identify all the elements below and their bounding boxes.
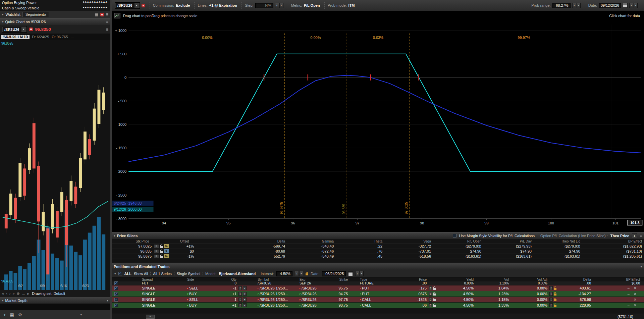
- price-stepper[interactable]: ▴▾: [429, 286, 432, 290]
- alert-icon[interactable]: [142, 4, 145, 7]
- nav-first-icon[interactable]: «: [2, 291, 4, 296]
- slice-price-value[interactable]: 96.835: [112, 249, 154, 253]
- slice-mode-badge[interactable]: %: [164, 244, 169, 248]
- menu-icon[interactable]: ≡: [640, 233, 642, 238]
- close-icon[interactable]: ✕: [634, 286, 637, 290]
- type-cell[interactable]: PUT: [350, 286, 380, 290]
- qty-stepper[interactable]: ▴▾: [238, 292, 242, 296]
- position-row[interactable]: ✓SINGLESELL-1▴▾▾/SR3U26 1/250.../SR3U269…: [112, 297, 644, 303]
- lock-icon[interactable]: [160, 251, 163, 253]
- vol-adj-cell[interactable]: 0.00%: [511, 292, 549, 296]
- slice-mode-badge[interactable]: %: [164, 254, 169, 258]
- type-cell[interactable]: CALL: [350, 298, 380, 302]
- watchlist-label[interactable]: Watchlist: [6, 12, 20, 16]
- vol-adj-cell[interactable]: 0.00%: [511, 286, 549, 290]
- qty-cell[interactable]: +1: [222, 292, 238, 296]
- slice-price-value[interactable]: 95.8675: [112, 254, 154, 258]
- all-checkbox[interactable]: ✓: [118, 272, 122, 275]
- remove-dash-icon[interactable]: –: [628, 286, 630, 290]
- chevron-down-icon[interactable]: ▾: [243, 286, 247, 290]
- calendar-icon[interactable]: [623, 3, 628, 8]
- nav-last-icon[interactable]: »: [12, 291, 14, 296]
- mini-candlestick-chart[interactable]: 96.859596.49056/26/96/166/23: [0, 40, 110, 290]
- close-icon[interactable]: ✕: [634, 303, 637, 307]
- lock-icon[interactable]: [554, 305, 556, 307]
- slice-offset[interactable]: $0: [173, 249, 196, 253]
- lock-icon[interactable]: [160, 256, 163, 258]
- date-up-button[interactable]: ▴: [629, 3, 633, 8]
- qty-cell[interactable]: +1: [222, 303, 238, 307]
- chevron-down-icon[interactable]: ▾: [2, 20, 4, 23]
- exp-cell[interactable]: /SR3U26: [298, 286, 326, 290]
- chevron-down-icon[interactable]: ▾: [107, 299, 108, 302]
- qty-cell[interactable]: -1: [222, 298, 238, 302]
- positions-date-input[interactable]: 06/24/2025: [322, 271, 346, 276]
- price-slice-row[interactable]: 97.8025≡%+1%-599.74-348.40.22-327.72($27…: [112, 244, 644, 249]
- show-all-dropdown[interactable]: Show All: [134, 272, 148, 276]
- add-icon[interactable]: +: [3, 312, 6, 317]
- nav-prev-icon[interactable]: ‹: [6, 291, 7, 296]
- grid-icon[interactable]: ▦: [95, 12, 98, 17]
- chart-symbol-chip[interactable]: /SR3U26 1 M 1D: [1, 35, 30, 39]
- menu-icon[interactable]: ≡: [106, 19, 108, 24]
- risk-profile-chart[interactable]: + 1000+ 5000- 500- 1000- 1500- 2000- 250…: [112, 11, 644, 232]
- symbol-cell[interactable]: /SR3U26 1/250...: [256, 292, 298, 296]
- gear-icon[interactable]: ⚙: [18, 312, 22, 317]
- lock-icon[interactable]: [433, 294, 436, 296]
- row-checkbox[interactable]: ✓: [114, 298, 118, 302]
- side-cell[interactable]: SELL: [179, 286, 222, 290]
- price-cell[interactable]: .06: [380, 303, 429, 307]
- futures-row[interactable]: ✓FUT0/SR3U26SEP 26FUTURE.000.00%1.19%0.0…: [112, 281, 644, 285]
- remove-dash-icon[interactable]: –: [628, 303, 630, 307]
- exp-cell[interactable]: /SR3U26: [298, 303, 326, 307]
- drawing-set-label[interactable]: Drawing set: Default: [32, 291, 65, 296]
- cursor-icon[interactable]: ▸: [28, 291, 30, 296]
- commission-value[interactable]: Exclude: [176, 3, 190, 7]
- slice-menu-icon[interactable]: ≡: [154, 249, 159, 253]
- strike-cell[interactable]: 98.75: [326, 303, 350, 307]
- margin-volatility-checkbox[interactable]: [453, 234, 457, 237]
- price-cell[interactable]: .175: [380, 286, 429, 290]
- date-input[interactable]: 09/12/2026: [599, 3, 621, 8]
- prob-mode-value[interactable]: ITM: [348, 3, 355, 7]
- symbol-dropdown[interactable]: /SR3U26 ▾: [115, 2, 140, 9]
- prob-range-down-button[interactable]: ▾: [577, 3, 581, 8]
- price-slice-row[interactable]: 96.835≡$$0-80.68-672.46.76-737.01$74.90$…: [112, 249, 644, 254]
- market-depth-header[interactable]: ▾ Market Depth ▾: [0, 297, 110, 304]
- lock-icon[interactable]: [554, 294, 556, 296]
- vol-adj-stepper[interactable]: ▴▾: [549, 292, 553, 296]
- qty-cell[interactable]: 0: [222, 281, 238, 285]
- interest-down-button[interactable]: ▾: [299, 271, 303, 276]
- vol-adj-stepper[interactable]: ▴▾: [549, 286, 553, 290]
- chevron-down-icon[interactable]: ▾: [243, 298, 247, 302]
- expand-rows-button[interactable]: ≡: [146, 315, 155, 319]
- chevron-down-icon[interactable]: ▾: [640, 265, 642, 268]
- model-value[interactable]: Bjerksund-Stensland: [219, 272, 256, 276]
- row-checkbox[interactable]: ✓: [114, 304, 118, 307]
- qty-stepper[interactable]: ▴▾: [238, 286, 242, 290]
- close-icon[interactable]: ✕: [634, 298, 637, 302]
- watchlist-tab-seguimiento[interactable]: Seguimiento: [22, 12, 49, 17]
- price-stepper[interactable]: ▴▾: [429, 292, 432, 296]
- slice-price-value[interactable]: 97.8025: [112, 244, 154, 248]
- lock-icon[interactable]: [433, 299, 436, 301]
- lock-icon[interactable]: [160, 246, 163, 248]
- slice-offset[interactable]: +1%: [173, 244, 196, 248]
- lock-icon[interactable]: [306, 273, 308, 275]
- vol-adj-cell[interactable]: 0.00%: [511, 303, 549, 307]
- price-stepper[interactable]: ▴▾: [429, 298, 432, 302]
- add-slice-button[interactable]: +: [632, 233, 637, 238]
- type-cell[interactable]: CALL: [350, 303, 380, 307]
- chevron-down-icon[interactable]: ▾: [80, 313, 82, 316]
- qty-stepper[interactable]: ▴▾: [238, 303, 242, 307]
- nav-next-icon[interactable]: ›: [9, 291, 11, 296]
- price-stepper[interactable]: ▴▾: [429, 303, 432, 307]
- exp-cell[interactable]: /SR3U26: [298, 298, 326, 302]
- slice-mode-badge[interactable]: $: [164, 249, 169, 253]
- step-down-button[interactable]: ▾: [279, 3, 283, 8]
- metric-value[interactable]: P/L Open: [304, 3, 320, 7]
- positions-date-up-button[interactable]: ▴: [355, 271, 359, 276]
- type-cell[interactable]: PUT: [350, 292, 380, 296]
- mini-chart-svg[interactable]: 96.859596.49056/26/96/166/23: [0, 40, 110, 290]
- row-checkbox[interactable]: ✓: [114, 281, 118, 285]
